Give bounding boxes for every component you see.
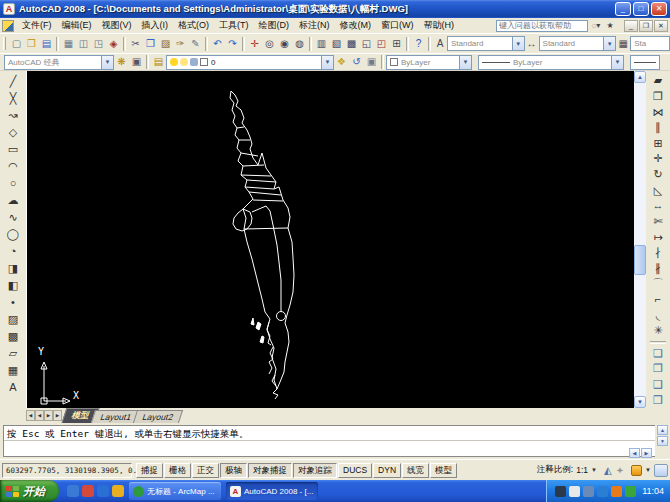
command-hscroll-arrows[interactable]: ◀▶ xyxy=(629,448,652,458)
3d-dwf-icon[interactable]: ◈ xyxy=(106,36,121,52)
workspace-save-icon[interactable]: ▣ xyxy=(129,54,144,70)
task-arcmap[interactable]: 无标题 - ArcMap ... xyxy=(129,482,221,500)
quicklaunch-explorer-icon[interactable] xyxy=(97,485,109,497)
offset-icon[interactable]: ∥ xyxy=(649,120,667,136)
polyline-icon[interactable]: ↝ xyxy=(4,107,22,124)
scroll-left-button[interactable]: ◀ xyxy=(629,448,640,458)
status-model-button[interactable]: 模型 xyxy=(430,463,457,478)
text-style-combo[interactable]: Standard ▼ xyxy=(447,36,525,51)
child-close-button[interactable]: ✕ xyxy=(654,20,668,32)
break-at-point-icon[interactable]: ∤ xyxy=(649,245,667,261)
menu-help[interactable]: 帮助(H) xyxy=(419,19,460,32)
layer-combo[interactable]: 0 ▼ xyxy=(166,55,334,70)
zoom-realtime-icon[interactable]: ◎ xyxy=(262,36,277,52)
tab-layout2[interactable]: Layout2 xyxy=(133,410,183,423)
trim-icon[interactable]: ✄ xyxy=(649,214,667,230)
command-input-line[interactable] xyxy=(4,441,655,456)
designcenter-icon[interactable]: ▧ xyxy=(329,36,344,52)
mirror-icon[interactable]: ⋈ xyxy=(649,104,667,120)
help-search-input[interactable] xyxy=(496,20,588,32)
plot-icon[interactable]: ▦ xyxy=(61,36,76,52)
explode-icon[interactable]: ✳ xyxy=(649,323,667,339)
workspace-settings-icon[interactable]: ❋ xyxy=(114,54,129,70)
draworder-send-under-icon[interactable]: ❒ xyxy=(649,392,667,408)
point-icon[interactable]: • xyxy=(4,294,22,311)
tab-nav-last-button[interactable]: ▶ xyxy=(53,410,62,421)
menu-edit[interactable]: 编辑(E) xyxy=(57,19,97,32)
gradient-icon[interactable]: ▩ xyxy=(4,328,22,345)
favorites-star-icon[interactable]: ★ xyxy=(604,21,616,30)
status-ortho-button[interactable]: 正交 xyxy=(192,463,219,478)
block-editor-icon[interactable]: ✎ xyxy=(188,36,203,52)
draworder-send-to-back-icon[interactable]: ❐ xyxy=(649,361,667,377)
scroll-down-button[interactable]: ▼ xyxy=(634,396,646,408)
help-icon[interactable]: ? xyxy=(411,36,426,52)
annotation-scale-value[interactable]: 1:1 xyxy=(576,465,588,475)
toolbar-lock-icon[interactable] xyxy=(631,465,642,476)
save-icon[interactable]: ▤ xyxy=(39,36,54,52)
menu-draw[interactable]: 绘图(D) xyxy=(254,19,295,32)
minimize-button[interactable]: _ xyxy=(615,2,631,16)
vertical-scroll-thumb[interactable] xyxy=(634,245,646,275)
status-lineweight-button[interactable]: 线宽 xyxy=(402,463,429,478)
pan-icon[interactable]: ✛ xyxy=(247,36,262,52)
scale-icon[interactable]: ◺ xyxy=(649,182,667,198)
layer-on-bulb-icon[interactable] xyxy=(170,58,178,66)
join-icon[interactable]: ⌒ xyxy=(649,276,667,292)
clean-screen-button[interactable] xyxy=(654,464,668,477)
match-properties-icon[interactable]: ✑ xyxy=(173,36,188,52)
draworder-bring-to-front-icon[interactable]: ❏ xyxy=(649,346,667,362)
circle-icon[interactable]: ○ xyxy=(4,175,22,192)
tray-hide-icons-icon[interactable] xyxy=(583,486,594,497)
layer-states-icon[interactable]: ▣ xyxy=(364,54,379,70)
status-dyn-button[interactable]: DYN xyxy=(373,463,401,478)
drawing-canvas[interactable]: Y X xyxy=(27,71,634,408)
scroll-down-button[interactable]: ▼ xyxy=(657,436,668,446)
menu-view[interactable]: 视图(V) xyxy=(97,19,137,32)
revision-cloud-icon[interactable]: ☁ xyxy=(4,192,22,209)
rotate-icon[interactable]: ↻ xyxy=(649,167,667,183)
lineweight-control-combo[interactable] xyxy=(630,55,660,70)
status-snap-button[interactable]: 捕捉 xyxy=(136,463,163,478)
menu-modify[interactable]: 修改(M) xyxy=(335,19,377,32)
color-control-combo[interactable]: ByLayer ▼ xyxy=(386,55,472,70)
close-button[interactable]: ✕ xyxy=(651,2,667,16)
start-button[interactable]: 开始 xyxy=(0,480,59,502)
multiline-text-icon[interactable]: A xyxy=(4,379,22,396)
insert-block-icon[interactable]: ◨ xyxy=(4,260,22,277)
maximize-button[interactable]: □ xyxy=(633,2,649,16)
construction-line-icon[interactable]: ╳ xyxy=(4,90,22,107)
tray-input-method-icon[interactable] xyxy=(555,486,566,497)
vertical-scrollbar[interactable]: ▲ ▼ xyxy=(634,71,646,408)
redo-icon[interactable]: ↷ xyxy=(225,36,240,52)
menu-format[interactable]: 格式(O) xyxy=(173,19,214,32)
zoom-window-icon[interactable]: ◉ xyxy=(277,36,292,52)
text-style-icon[interactable]: A xyxy=(433,38,447,49)
region-icon[interactable]: ▱ xyxy=(4,345,22,362)
layer-unlock-icon[interactable] xyxy=(190,58,198,66)
chamfer-icon[interactable]: ⌐ xyxy=(649,292,667,308)
child-restore-button[interactable]: ❐ xyxy=(639,20,653,32)
tab-nav-prev-button[interactable]: ◀ xyxy=(35,410,44,421)
tool-palettes-icon[interactable]: ▩ xyxy=(344,36,359,52)
table-style-icon[interactable]: ▦ xyxy=(616,38,630,49)
spline-icon[interactable]: ∿ xyxy=(4,209,22,226)
menu-dimension[interactable]: 标注(N) xyxy=(294,19,335,32)
table-icon[interactable]: ▦ xyxy=(4,362,22,379)
workspace-combo[interactable]: AutoCAD 经典 ▼ xyxy=(4,55,114,70)
tray-pinyin-icon[interactable] xyxy=(611,486,622,497)
menu-window[interactable]: 窗口(W) xyxy=(376,19,419,32)
zoom-previous-icon[interactable]: ◍ xyxy=(292,36,307,52)
command-scroll-arrows[interactable]: ▲▼ xyxy=(657,425,668,446)
properties-icon[interactable]: ▥ xyxy=(314,36,329,52)
linetype-control-combo[interactable]: ByLayer ▼ xyxy=(478,55,624,70)
coordinate-readout[interactable]: 603297.7705, 3130198.3905, 0.0000 xyxy=(2,463,132,478)
tab-nav-next-button[interactable]: ▶ xyxy=(44,410,53,421)
menu-file[interactable]: 文件(F) xyxy=(17,19,57,32)
menu-tools[interactable]: 工具(T) xyxy=(214,19,254,32)
cut-icon[interactable]: ✂ xyxy=(128,36,143,52)
menu-insert[interactable]: 插入(I) xyxy=(137,19,174,32)
tray-antivirus-icon[interactable] xyxy=(625,486,636,497)
rectangle-icon[interactable]: ▭ xyxy=(4,141,22,158)
chevron-down-icon[interactable]: ▼ xyxy=(603,37,615,50)
